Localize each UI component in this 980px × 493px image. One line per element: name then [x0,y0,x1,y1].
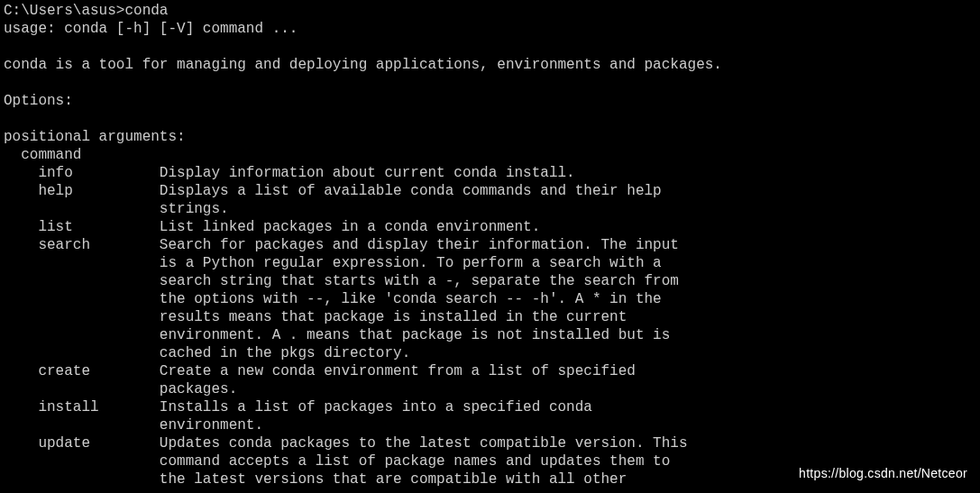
options-header: Options: [4,92,976,110]
cmd-help-cont: strings. [4,200,976,218]
blank-line [4,74,976,92]
cmd-desc-create: Create a new conda environment from a li… [160,363,636,379]
cmd-search-cont1: is a Python regular expression. To perfo… [4,254,976,272]
cmd-info: infoDisplay information about current co… [4,164,976,182]
cmd-search-cont2: search string that starts with a -, sepa… [4,272,976,290]
blank-line [4,110,976,128]
cmd-name-list: list [38,218,159,236]
cmd-install-cont: environment. [4,416,976,434]
cmd-name-update: update [38,434,159,452]
cmd-search-cont6: cached in the pkgs directory. [4,344,976,362]
blank-line [4,38,976,56]
cmd-name-help: help [38,182,159,200]
cmd-desc-list: List linked packages in a conda environm… [160,219,540,235]
positional-header: positional arguments: [4,128,976,146]
cmd-update: updateUpdates conda packages to the late… [4,434,976,452]
cmd-search: searchSearch for packages and display th… [4,236,976,254]
watermark-text: https://blog.csdn.net/Netceor [799,464,967,482]
cmd-name-create: create [38,362,159,380]
cmd-create: createCreate a new conda environment fro… [4,362,976,380]
cmd-name-info: info [38,164,159,182]
terminal-output[interactable]: C:\Users\asus>conda usage: conda [-h] [-… [4,2,976,488]
cmd-install: installInstalls a list of packages into … [4,398,976,416]
cmd-help: helpDisplays a list of available conda c… [4,182,976,200]
cmd-desc-search: Search for packages and display their in… [160,237,679,253]
cmd-desc-info: Display information about current conda … [160,165,575,181]
cmd-name-search: search [38,236,159,254]
cmd-search-cont3: the options with --, like 'conda search … [4,290,976,308]
cmd-search-cont4: results means that package is installed … [4,308,976,326]
command-label: command [4,146,976,164]
cmd-desc-update: Updates conda packages to the latest com… [160,435,688,452]
cmd-search-cont5: environment. A . means that package is n… [4,326,976,344]
cmd-desc-help: Displays a list of available conda comma… [160,183,662,199]
prompt-line: C:\Users\asus>conda [4,2,976,20]
prompt-path: C:\Users\asus> [4,3,124,19]
typed-command: conda [124,3,168,19]
description-line: conda is a tool for managing and deployi… [4,56,976,74]
cmd-list: listList linked packages in a conda envi… [4,218,976,236]
cmd-create-cont: packages. [4,380,976,398]
cmd-name-install: install [38,398,159,416]
cmd-desc-install: Installs a list of packages into a speci… [160,399,592,415]
usage-line: usage: conda [-h] [-V] command ... [4,20,976,38]
